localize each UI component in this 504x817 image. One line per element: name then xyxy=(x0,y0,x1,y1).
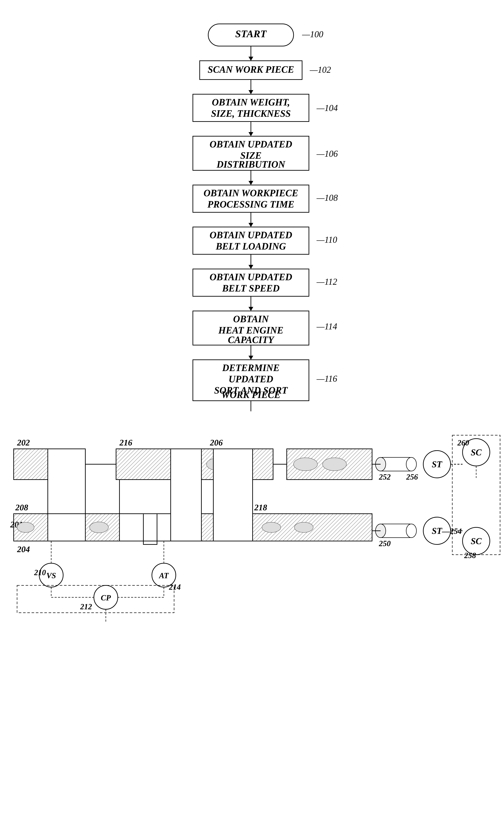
svg-text:—106: —106 xyxy=(316,149,338,159)
svg-text:—116: —116 xyxy=(316,374,337,383)
svg-text:201: 201 xyxy=(10,520,23,529)
svg-text:OBTAIN: OBTAIN xyxy=(233,314,269,324)
svg-point-74 xyxy=(207,458,227,470)
svg-marker-15 xyxy=(249,132,253,136)
svg-text:202: 202 xyxy=(17,438,30,447)
svg-text:—100: —100 xyxy=(302,29,323,39)
svg-text:PROCESSING TIME: PROCESSING TIME xyxy=(207,199,294,210)
svg-text:—102: —102 xyxy=(310,65,331,75)
svg-rect-5 xyxy=(200,61,302,80)
svg-rect-0 xyxy=(208,24,294,46)
svg-rect-119 xyxy=(381,524,411,538)
svg-point-123 xyxy=(423,517,451,544)
svg-point-117 xyxy=(423,451,451,478)
svg-rect-107 xyxy=(119,480,171,514)
svg-marker-47 xyxy=(249,356,253,360)
svg-text:252: 252 xyxy=(379,473,391,481)
svg-text:DETERMINE: DETERMINE xyxy=(222,363,280,373)
svg-text:SCAN WORK PIECE: SCAN WORK PIECE xyxy=(208,64,294,75)
svg-point-113 xyxy=(406,457,416,471)
svg-text:ST: ST xyxy=(432,526,443,536)
svg-rect-68 xyxy=(14,449,85,480)
svg-text:210: 210 xyxy=(34,568,46,577)
svg-rect-92 xyxy=(171,514,213,541)
svg-text:SORT AND SORT: SORT AND SORT xyxy=(214,385,288,396)
svg-rect-112 xyxy=(381,457,411,471)
svg-rect-90 xyxy=(85,514,119,541)
svg-marker-9 xyxy=(249,90,253,94)
svg-rect-10 xyxy=(193,94,309,122)
svg-rect-94 xyxy=(253,514,372,541)
svg-text:DISTRIBUTION: DISTRIBUTION xyxy=(216,159,286,170)
svg-point-96 xyxy=(294,522,313,532)
svg-text:OBTAIN UPDATED: OBTAIN UPDATED xyxy=(210,139,292,150)
svg-point-127 xyxy=(463,439,490,466)
svg-rect-108 xyxy=(171,449,201,541)
svg-rect-126 xyxy=(452,435,500,555)
svg-marker-28 xyxy=(249,223,253,227)
svg-text:ST: ST xyxy=(432,459,443,469)
svg-point-78 xyxy=(323,458,346,471)
svg-text:SC: SC xyxy=(471,447,482,457)
svg-text:—110: —110 xyxy=(316,235,337,245)
svg-point-121 xyxy=(375,524,386,538)
svg-text:256: 256 xyxy=(406,473,418,481)
svg-text:250: 250 xyxy=(379,539,391,548)
svg-point-130 xyxy=(463,527,490,555)
svg-rect-87 xyxy=(14,514,48,541)
svg-rect-154 xyxy=(17,585,174,613)
svg-text:SC: SC xyxy=(471,536,482,546)
svg-text:214: 214 xyxy=(169,583,181,591)
svg-text:CAPACITY: CAPACITY xyxy=(228,335,275,345)
svg-point-145 xyxy=(94,585,118,609)
svg-rect-35 xyxy=(193,269,309,296)
svg-rect-71 xyxy=(143,480,157,544)
svg-text:OBTAIN WORKPIECE: OBTAIN WORKPIECE xyxy=(204,188,298,198)
svg-point-139 xyxy=(39,563,63,587)
svg-text:206: 206 xyxy=(210,438,223,447)
svg-text:208: 208 xyxy=(15,503,28,512)
svg-text:204: 204 xyxy=(17,544,30,554)
svg-rect-48 xyxy=(193,360,309,401)
svg-text:258: 258 xyxy=(464,551,476,560)
svg-point-91 xyxy=(90,522,108,533)
svg-marker-4 xyxy=(249,57,253,61)
svg-rect-23 xyxy=(193,185,309,212)
svg-rect-29 xyxy=(193,227,309,254)
svg-text:HEAT ENGINE: HEAT ENGINE xyxy=(218,325,283,336)
svg-point-95 xyxy=(262,522,281,532)
svg-rect-73 xyxy=(201,449,273,480)
svg-text:—108: —108 xyxy=(316,193,338,203)
svg-text:AT: AT xyxy=(159,571,169,580)
svg-text:212: 212 xyxy=(80,602,92,611)
svg-text:—114: —114 xyxy=(316,322,337,331)
svg-text:CP: CP xyxy=(101,593,111,602)
svg-text:BELT LOADING: BELT LOADING xyxy=(216,241,286,252)
svg-point-120 xyxy=(406,524,416,538)
svg-point-93 xyxy=(178,523,195,532)
svg-text:—254: —254 xyxy=(442,527,462,536)
svg-text:OBTAIN UPDATED: OBTAIN UPDATED xyxy=(210,272,292,282)
svg-marker-34 xyxy=(249,265,253,269)
svg-marker-22 xyxy=(249,181,253,185)
svg-text:SIZE: SIZE xyxy=(240,150,262,161)
belt-diagram: 202 216 206 201 208 xyxy=(0,418,504,817)
svg-text:BELT SPEED: BELT SPEED xyxy=(222,283,280,294)
svg-point-77 xyxy=(294,458,317,471)
svg-text:UPDATED: UPDATED xyxy=(229,374,273,384)
svg-text:SIZE, THICKNESS: SIZE, THICKNESS xyxy=(211,108,291,119)
svg-rect-109 xyxy=(213,449,253,541)
svg-text:—112: —112 xyxy=(316,277,337,287)
svg-rect-41 xyxy=(193,311,309,345)
svg-text:WORK PIECE: WORK PIECE xyxy=(221,389,281,400)
svg-text:START: START xyxy=(235,28,267,39)
svg-point-114 xyxy=(375,457,386,471)
svg-text:OBTAIN WEIGHT,: OBTAIN WEIGHT, xyxy=(212,97,290,108)
svg-rect-76 xyxy=(287,449,372,480)
svg-text:218: 218 xyxy=(254,503,267,512)
svg-text:216: 216 xyxy=(119,438,132,447)
svg-point-142 xyxy=(152,563,176,587)
svg-rect-106 xyxy=(48,449,85,514)
svg-text:OBTAIN UPDATED: OBTAIN UPDATED xyxy=(210,230,292,240)
page: START —100 SCAN WORK PIECE —102 OBTAIN W… xyxy=(0,0,504,817)
